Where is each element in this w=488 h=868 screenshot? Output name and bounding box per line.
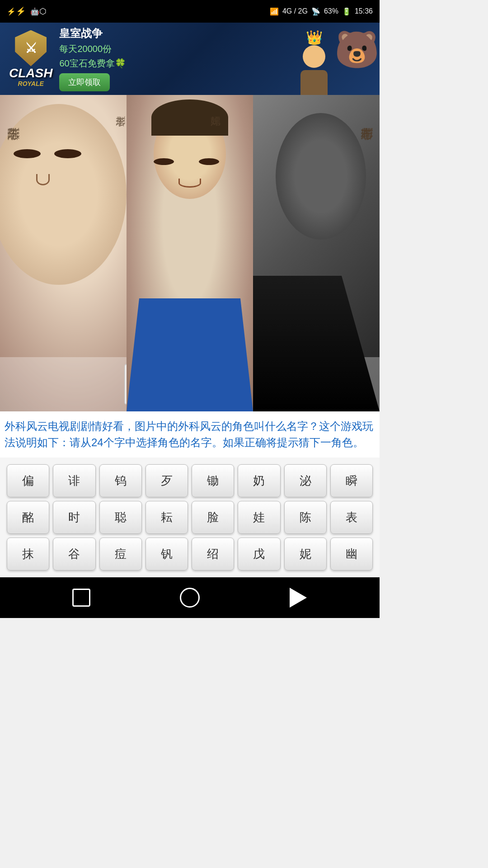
char-button-5[interactable]: 奶 (238, 464, 280, 497)
main-image: 李若彤陈 李若彤布布师 李若彤 陈妃嫣 (0, 95, 380, 411)
ad-character2: 🐻 (334, 32, 371, 86)
ad-character1: 👑 (294, 29, 334, 88)
ad-logo: ⚔ CLASH ROYALE (9, 30, 52, 88)
char-button-16[interactable]: 抹 (7, 538, 49, 571)
question-area: 外科风云电视剧剧情好看，图片中的外科风云的角色叫什么名字？这个游戏玩法说明如下：… (0, 411, 380, 458)
status-left: ⚡ ⬡ (7, 6, 47, 16)
main-content: 李若彤陈 李若彤布布师 李若彤 陈妃嫣 外科风云电视剧剧情好看，图片中的外科风云… (0, 95, 380, 577)
signal-icon: 📡 (311, 7, 320, 16)
char-button-15[interactable]: 表 (330, 501, 373, 534)
char-button-9[interactable]: 时 (53, 501, 95, 534)
ad-logo-text-line2: ROYALE (18, 80, 44, 87)
char-button-7[interactable]: 瞬 (330, 464, 373, 497)
ad-banner[interactable]: ⚔ CLASH ROYALE 皇室战争 每天20000份 60宝石免费拿🍀 立即… (0, 23, 380, 95)
question-text: 外科风云电视剧剧情好看，图片中的外科风云的角色叫什么名字？这个游戏玩法说明如下：… (5, 418, 375, 451)
back-button[interactable] (285, 584, 312, 611)
char-button-1[interactable]: 诽 (53, 464, 95, 497)
ad-subtitle2: 60宝石免费拿🍀 (59, 57, 287, 70)
time-label: 15:36 (355, 7, 373, 15)
char-button-18[interactable]: 痘 (99, 538, 142, 571)
battery-label: 63% (324, 7, 338, 15)
char-button-20[interactable]: 绍 (192, 538, 234, 571)
char-button-14[interactable]: 陈 (284, 501, 327, 534)
home-icon (180, 588, 200, 608)
char-button-13[interactable]: 娃 (238, 501, 280, 534)
actor-left-face (0, 104, 127, 285)
char-button-19[interactable]: 钒 (145, 538, 188, 571)
android-icon: ⬡ (30, 6, 47, 16)
char-button-17[interactable]: 谷 (53, 538, 95, 571)
char-button-22[interactable]: 妮 (284, 538, 327, 571)
network-label: 4G / 2G (282, 7, 308, 15)
ad-claim-button[interactable]: 立即领取 (59, 73, 110, 91)
ad-title: 皇室战争 (59, 26, 287, 41)
ad-subtitle1: 每天20000份 (59, 43, 287, 55)
char-button-12[interactable]: 脸 (192, 501, 234, 534)
char-button-11[interactable]: 耘 (145, 501, 188, 534)
char1-body (300, 70, 328, 95)
char-button-3[interactable]: 歹 (145, 464, 188, 497)
char1-head (303, 45, 325, 68)
char-button-10[interactable]: 聪 (99, 501, 142, 534)
back-icon (290, 588, 307, 608)
char-button-4[interactable]: 锄 (192, 464, 234, 497)
char-button-23[interactable]: 幽 (330, 538, 373, 571)
usb-icon: ⚡ (7, 6, 26, 16)
ad-logo-text-line1: CLASH (9, 66, 52, 80)
ad-shield-icon: ⚔ (15, 30, 47, 66)
bottom-nav (0, 577, 380, 618)
char-grid: 偏诽钨歹锄奶泌瞬酩时聪耘脸娃陈表抹谷痘钒绍戊妮幽 (5, 462, 375, 573)
battery-icon: 🔋 (342, 7, 351, 16)
actor-center-inner (127, 95, 253, 411)
char-button-21[interactable]: 戊 (238, 538, 280, 571)
ad-middle: 皇室战争 每天20000份 60宝石免费拿🍀 立即领取 (52, 26, 294, 91)
recent-apps-button[interactable] (68, 584, 95, 611)
bear-icon: 🐻 (334, 32, 371, 68)
char-grid-section: 偏诽钨歹锄奶泌瞬酩时聪耘脸娃陈表抹谷痘钒绍戊妮幽 (0, 458, 380, 577)
actor-center (127, 95, 253, 411)
wifi-icon: 📶 (270, 7, 279, 16)
crown-icon: 👑 (294, 29, 334, 45)
char-button-6[interactable]: 泌 (284, 464, 327, 497)
char-button-0[interactable]: 偏 (7, 464, 49, 497)
recent-apps-icon (72, 589, 90, 607)
char-button-2[interactable]: 钨 (99, 464, 142, 497)
status-right: 📶 4G / 2G 📡 63% 🔋 15:36 (270, 7, 373, 16)
char-button-8[interactable]: 酩 (7, 501, 49, 534)
status-bar: ⚡ ⬡ 📶 4G / 2G 📡 63% 🔋 15:36 (0, 0, 380, 23)
home-button[interactable] (176, 584, 203, 611)
